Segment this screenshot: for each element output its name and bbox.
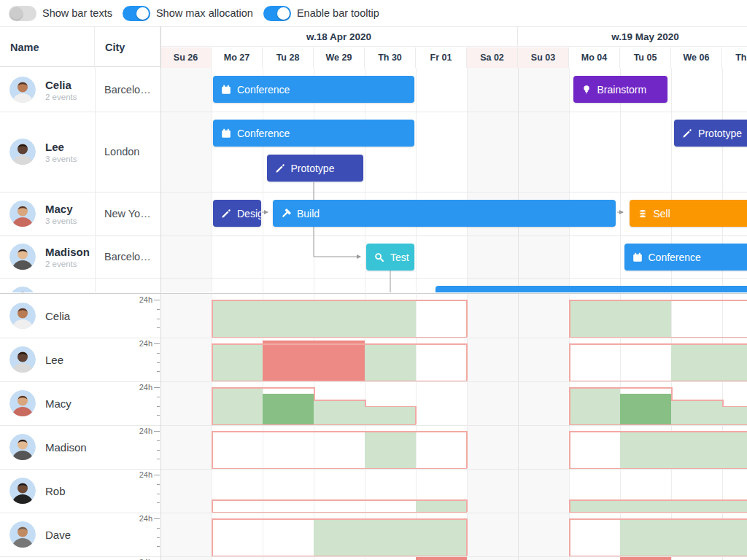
event-bar-conference[interactable]: Conference bbox=[213, 120, 414, 147]
max-allocation-baseline bbox=[569, 468, 747, 469]
scheduler-pro-app: Show bar textsShow max allocationEnable … bbox=[0, 0, 747, 560]
city-cell-celia[interactable]: Barcelo… bbox=[95, 68, 160, 112]
max-allocation-line bbox=[722, 406, 747, 408]
day-header-we-29[interactable]: We 29 bbox=[314, 47, 365, 68]
toggle-enable-bar-tooltip[interactable] bbox=[263, 6, 291, 21]
event-bar-test[interactable]: Test bbox=[366, 244, 414, 271]
resource-event-count: 2 events bbox=[45, 260, 90, 268]
histogram-bar-normal bbox=[365, 406, 416, 425]
weekend-column-shading bbox=[518, 68, 569, 292]
max-allocation-line bbox=[365, 406, 416, 408]
resource-row-macy[interactable]: Macy3 events bbox=[0, 192, 95, 236]
calendar-icon bbox=[632, 252, 643, 262]
day-header-th-30[interactable]: Th 30 bbox=[365, 47, 416, 68]
avatar bbox=[9, 390, 36, 416]
event-bar-item[interactable] bbox=[436, 286, 747, 292]
day-grid-line bbox=[518, 68, 519, 292]
histogram-bar-normal bbox=[722, 406, 747, 425]
toggle-label: Show bar texts bbox=[42, 7, 112, 19]
histogram-bar-normal bbox=[620, 431, 747, 468]
max-allocation-edge bbox=[212, 431, 213, 468]
histogram-bar-normal bbox=[620, 518, 747, 556]
event-label: Conference bbox=[237, 128, 290, 139]
avatar bbox=[9, 287, 36, 292]
event-bar-conference[interactable]: Conference bbox=[624, 244, 747, 271]
axis-tick bbox=[157, 362, 160, 363]
event-label: Brainstorm bbox=[597, 84, 647, 96]
histogram-bar-over bbox=[416, 557, 467, 560]
max-allocation-edge bbox=[212, 300, 213, 337]
histogram-bar-normal bbox=[569, 300, 671, 337]
city-cell-macy[interactable]: New Yo… bbox=[95, 192, 160, 236]
column-header-name[interactable]: Name bbox=[0, 27, 95, 68]
event-bar-design[interactable]: Design bbox=[213, 200, 261, 227]
columns-splitter[interactable] bbox=[160, 26, 161, 560]
event-bar-sell[interactable]: Sell bbox=[630, 200, 747, 227]
event-bar-conference[interactable]: Conference bbox=[213, 76, 414, 103]
resource-row-lee[interactable]: Lee3 events bbox=[0, 112, 95, 192]
event-bar-brainstorm[interactable]: Brainstorm bbox=[573, 76, 667, 103]
avatar bbox=[9, 201, 36, 227]
histogram-bar-over bbox=[620, 557, 671, 560]
week-header-w-19-may-2020[interactable]: w.19 May 2020 bbox=[518, 27, 747, 47]
max-allocation-edge bbox=[415, 406, 417, 425]
histogram-resource-name: Dave bbox=[45, 529, 71, 541]
max-allocation-edge bbox=[466, 343, 468, 381]
day-header-sa-02[interactable]: Sa 02 bbox=[467, 47, 518, 68]
event-bar-prototype[interactable]: Prototype bbox=[674, 120, 747, 147]
day-grid-line bbox=[467, 68, 468, 292]
event-label: Conference bbox=[649, 252, 701, 263]
max-allocation-edge bbox=[212, 518, 213, 556]
resource-row-rob[interactable]: Rob bbox=[0, 278, 95, 292]
event-bar-build[interactable]: Build bbox=[273, 200, 616, 227]
avatar bbox=[9, 521, 36, 548]
resource-row-madison[interactable]: Madison2 events bbox=[0, 236, 95, 278]
calendar-icon bbox=[221, 85, 231, 95]
max-allocation-edge bbox=[466, 499, 468, 512]
week-header-w-18-apr-2020[interactable]: w.18 Apr 2020 bbox=[160, 27, 518, 47]
max-allocation-line bbox=[569, 343, 747, 345]
max-allocation-step bbox=[314, 387, 315, 401]
event-label: Prototype bbox=[291, 163, 335, 174]
resource-texts: Macy3 events bbox=[45, 203, 77, 225]
max-allocation-step bbox=[671, 387, 673, 401]
calendar-icon bbox=[221, 128, 231, 139]
max-allocation-baseline bbox=[212, 512, 467, 513]
histogram-bar-dense bbox=[263, 394, 314, 425]
toggle-show-max-allocation[interactable] bbox=[123, 6, 150, 21]
column-header-city[interactable]: City bbox=[95, 27, 160, 68]
resource-texts: Lee3 events bbox=[45, 141, 77, 163]
max-allocation-edge bbox=[569, 518, 570, 556]
histogram-bar-normal bbox=[212, 343, 263, 381]
max-allocation-baseline bbox=[212, 337, 467, 338]
day-header-tu-28[interactable]: Tu 28 bbox=[263, 47, 314, 68]
pencil-icon bbox=[682, 128, 692, 139]
bulb-icon bbox=[581, 85, 592, 95]
day-header-th-07[interactable]: Th 07 bbox=[722, 47, 747, 68]
day-header-we-06[interactable]: We 06 bbox=[671, 47, 722, 68]
max-allocation-line bbox=[212, 431, 467, 432]
event-bar-prototype[interactable]: Prototype bbox=[267, 155, 364, 182]
resource-row-celia[interactable]: Celia2 events bbox=[0, 68, 95, 112]
max-allocation-line bbox=[569, 499, 747, 501]
max-allocation-baseline bbox=[569, 424, 747, 425]
histogram-bar-normal bbox=[314, 518, 467, 556]
day-grid-line bbox=[212, 68, 212, 292]
day-header-su-03[interactable]: Su 03 bbox=[518, 47, 569, 68]
day-header-mo-04[interactable]: Mo 04 bbox=[569, 47, 620, 68]
day-header-su-26[interactable]: Su 26 bbox=[160, 47, 212, 68]
day-header-tu-05[interactable]: Tu 05 bbox=[620, 47, 671, 68]
day-header-mo-27[interactable]: Mo 27 bbox=[212, 47, 263, 68]
weekend-column-shading bbox=[467, 68, 518, 292]
weekend-column-shading bbox=[160, 68, 212, 292]
city-cell-lee[interactable]: London bbox=[95, 112, 160, 192]
axis-tick bbox=[157, 450, 160, 451]
day-header-fr-01[interactable]: Fr 01 bbox=[416, 47, 467, 68]
toolbar-item-show-bar-texts: Show bar texts bbox=[9, 6, 112, 21]
toggle-show-bar-texts[interactable] bbox=[9, 6, 36, 21]
toggle-label: Show max allocation bbox=[156, 7, 253, 19]
scheduler-panel: Celia2 eventsBarcelo…Lee3 eventsLondonMa… bbox=[0, 68, 747, 292]
max-allocation-line bbox=[569, 431, 747, 432]
resource-name: Macy bbox=[45, 203, 77, 215]
city-cell-madison[interactable]: Barcelo… bbox=[95, 236, 160, 278]
